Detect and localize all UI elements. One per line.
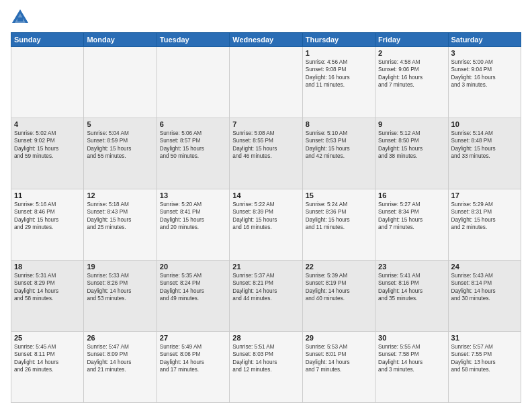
day-info: Sunrise: 4:56 AM Sunset: 9:08 PM Dayligh… [306, 58, 372, 89]
day-info: Sunrise: 5:02 AM Sunset: 9:02 PM Dayligh… [14, 130, 81, 161]
day-info: Sunrise: 5:41 AM Sunset: 8:16 PM Dayligh… [378, 272, 445, 303]
day-info: Sunrise: 5:57 AM Sunset: 7:55 PM Dayligh… [451, 343, 518, 374]
calendar-cell: 27Sunrise: 5:49 AM Sunset: 8:06 PM Dayli… [157, 332, 229, 403]
day-number: 27 [160, 334, 226, 342]
calendar-cell: 7Sunrise: 5:08 AM Sunset: 8:55 PM Daylig… [230, 118, 302, 189]
calendar-cell: 4Sunrise: 5:02 AM Sunset: 9:02 PM Daylig… [11, 118, 84, 189]
day-number: 18 [14, 263, 81, 271]
day-info: Sunrise: 5:04 AM Sunset: 8:59 PM Dayligh… [87, 130, 153, 161]
day-number: 16 [378, 191, 445, 199]
calendar-week-2: 4Sunrise: 5:02 AM Sunset: 9:02 PM Daylig… [11, 118, 521, 189]
calendar-header-thursday: Thursday [302, 33, 375, 47]
day-number: 15 [306, 191, 372, 199]
day-info: Sunrise: 4:58 AM Sunset: 9:06 PM Dayligh… [378, 58, 445, 89]
day-info: Sunrise: 5:51 AM Sunset: 8:03 PM Dayligh… [232, 343, 299, 374]
calendar-cell: 19Sunrise: 5:33 AM Sunset: 8:26 PM Dayli… [84, 261, 157, 332]
calendar-header-saturday: Saturday [448, 33, 521, 47]
calendar-cell: 28Sunrise: 5:51 AM Sunset: 8:03 PM Dayli… [230, 332, 302, 403]
day-info: Sunrise: 5:00 AM Sunset: 9:04 PM Dayligh… [451, 58, 518, 89]
day-number: 14 [232, 191, 299, 199]
calendar-cell: 9Sunrise: 5:12 AM Sunset: 8:50 PM Daylig… [375, 118, 448, 189]
calendar-cell: 22Sunrise: 5:39 AM Sunset: 8:19 PM Dayli… [302, 261, 375, 332]
calendar-cell: 3Sunrise: 5:00 AM Sunset: 9:04 PM Daylig… [448, 47, 521, 118]
day-number: 10 [451, 120, 518, 128]
calendar-cell: 24Sunrise: 5:43 AM Sunset: 8:14 PM Dayli… [448, 261, 521, 332]
calendar-cell: 6Sunrise: 5:06 AM Sunset: 8:57 PM Daylig… [157, 118, 229, 189]
day-info: Sunrise: 5:27 AM Sunset: 8:34 PM Dayligh… [378, 201, 445, 232]
calendar-header-sunday: Sunday [11, 33, 84, 47]
calendar-cell: 13Sunrise: 5:20 AM Sunset: 8:41 PM Dayli… [157, 189, 229, 261]
day-info: Sunrise: 5:08 AM Sunset: 8:55 PM Dayligh… [232, 130, 299, 161]
calendar-cell: 8Sunrise: 5:10 AM Sunset: 8:53 PM Daylig… [302, 118, 375, 189]
calendar-cell: 16Sunrise: 5:27 AM Sunset: 8:34 PM Dayli… [375, 189, 448, 261]
day-number: 25 [14, 334, 81, 342]
calendar-cell: 29Sunrise: 5:53 AM Sunset: 8:01 PM Dayli… [302, 332, 375, 403]
calendar-cell [11, 47, 84, 118]
day-info: Sunrise: 5:20 AM Sunset: 8:41 PM Dayligh… [160, 201, 226, 232]
svg-rect-2 [17, 17, 23, 21]
day-info: Sunrise: 5:14 AM Sunset: 8:48 PM Dayligh… [451, 130, 518, 161]
logo [11, 8, 32, 27]
calendar-header-tuesday: Tuesday [157, 33, 229, 47]
calendar-cell: 11Sunrise: 5:16 AM Sunset: 8:46 PM Dayli… [11, 189, 84, 261]
calendar-header-row: SundayMondayTuesdayWednesdayThursdayFrid… [11, 33, 521, 47]
day-number: 5 [87, 120, 153, 128]
calendar-week-3: 11Sunrise: 5:16 AM Sunset: 8:46 PM Dayli… [11, 189, 521, 261]
day-number: 3 [451, 49, 518, 57]
day-info: Sunrise: 5:35 AM Sunset: 8:24 PM Dayligh… [160, 272, 226, 303]
day-info: Sunrise: 5:16 AM Sunset: 8:46 PM Dayligh… [14, 201, 81, 232]
calendar-cell: 17Sunrise: 5:29 AM Sunset: 8:31 PM Dayli… [448, 189, 521, 261]
calendar-cell: 21Sunrise: 5:37 AM Sunset: 8:21 PM Dayli… [230, 261, 302, 332]
calendar-cell [157, 47, 229, 118]
day-number: 13 [160, 191, 226, 199]
logo-icon [11, 8, 30, 27]
calendar-week-5: 25Sunrise: 5:45 AM Sunset: 8:11 PM Dayli… [11, 332, 521, 403]
day-number: 12 [87, 191, 153, 199]
calendar-cell: 5Sunrise: 5:04 AM Sunset: 8:59 PM Daylig… [84, 118, 157, 189]
day-number: 6 [160, 120, 226, 128]
day-number: 17 [451, 191, 518, 199]
day-info: Sunrise: 5:37 AM Sunset: 8:21 PM Dayligh… [232, 272, 299, 303]
calendar-cell: 31Sunrise: 5:57 AM Sunset: 7:55 PM Dayli… [448, 332, 521, 403]
day-info: Sunrise: 5:06 AM Sunset: 8:57 PM Dayligh… [160, 130, 226, 161]
day-number: 8 [306, 120, 372, 128]
day-info: Sunrise: 5:39 AM Sunset: 8:19 PM Dayligh… [306, 272, 372, 303]
day-number: 20 [160, 263, 226, 271]
day-number: 7 [232, 120, 299, 128]
calendar-cell: 12Sunrise: 5:18 AM Sunset: 8:43 PM Dayli… [84, 189, 157, 261]
day-info: Sunrise: 5:47 AM Sunset: 8:09 PM Dayligh… [87, 343, 153, 374]
day-info: Sunrise: 5:55 AM Sunset: 7:58 PM Dayligh… [378, 343, 445, 374]
day-info: Sunrise: 5:29 AM Sunset: 8:31 PM Dayligh… [451, 201, 518, 232]
calendar-cell: 23Sunrise: 5:41 AM Sunset: 8:16 PM Dayli… [375, 261, 448, 332]
day-info: Sunrise: 5:12 AM Sunset: 8:50 PM Dayligh… [378, 130, 445, 161]
day-info: Sunrise: 5:24 AM Sunset: 8:36 PM Dayligh… [306, 201, 372, 232]
calendar-cell: 20Sunrise: 5:35 AM Sunset: 8:24 PM Dayli… [157, 261, 229, 332]
day-info: Sunrise: 5:18 AM Sunset: 8:43 PM Dayligh… [87, 201, 153, 232]
day-number: 30 [378, 334, 445, 342]
day-info: Sunrise: 5:49 AM Sunset: 8:06 PM Dayligh… [160, 343, 226, 374]
day-info: Sunrise: 5:31 AM Sunset: 8:29 PM Dayligh… [14, 272, 81, 303]
day-info: Sunrise: 5:53 AM Sunset: 8:01 PM Dayligh… [306, 343, 372, 374]
day-number: 31 [451, 334, 518, 342]
day-info: Sunrise: 5:43 AM Sunset: 8:14 PM Dayligh… [451, 272, 518, 303]
calendar-cell: 1Sunrise: 4:56 AM Sunset: 9:08 PM Daylig… [302, 47, 375, 118]
day-number: 26 [87, 334, 153, 342]
day-number: 21 [232, 263, 299, 271]
calendar-cell: 25Sunrise: 5:45 AM Sunset: 8:11 PM Dayli… [11, 332, 84, 403]
day-number: 9 [378, 120, 445, 128]
calendar-cell: 26Sunrise: 5:47 AM Sunset: 8:09 PM Dayli… [84, 332, 157, 403]
day-number: 22 [306, 263, 372, 271]
calendar-header-wednesday: Wednesday [230, 33, 302, 47]
header [11, 8, 521, 27]
calendar-table: SundayMondayTuesdayWednesdayThursdayFrid… [11, 32, 521, 403]
calendar-cell: 15Sunrise: 5:24 AM Sunset: 8:36 PM Dayli… [302, 189, 375, 261]
calendar-cell: 2Sunrise: 4:58 AM Sunset: 9:06 PM Daylig… [375, 47, 448, 118]
day-number: 1 [306, 49, 372, 57]
day-number: 2 [378, 49, 445, 57]
day-number: 24 [451, 263, 518, 271]
calendar-cell: 30Sunrise: 5:55 AM Sunset: 7:58 PM Dayli… [375, 332, 448, 403]
day-number: 29 [306, 334, 372, 342]
day-info: Sunrise: 5:10 AM Sunset: 8:53 PM Dayligh… [306, 130, 372, 161]
calendar-header-friday: Friday [375, 33, 448, 47]
calendar-week-1: 1Sunrise: 4:56 AM Sunset: 9:08 PM Daylig… [11, 47, 521, 118]
